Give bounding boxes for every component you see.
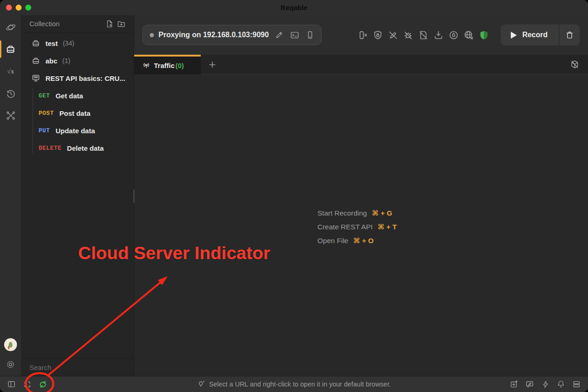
feedback-button[interactable]: [525, 379, 535, 389]
new-window-button[interactable]: [509, 379, 519, 389]
bug-slash-icon: [403, 30, 413, 40]
debug-disabled-button[interactable]: [403, 29, 414, 40]
pen-slash-icon: [388, 30, 398, 40]
record-button-group: Record: [501, 24, 580, 45]
shortcut-keys: ⌘ + T: [378, 223, 397, 231]
rail-item-history[interactable]: [0, 82, 21, 104]
request-label: Delete data: [67, 144, 104, 152]
collection-folder-test[interactable]: test (34): [21, 34, 134, 52]
shortcut-open-file[interactable]: Open File ⌘ + O: [317, 234, 397, 248]
new-request-button[interactable]: [103, 18, 115, 30]
search-input[interactable]: [29, 364, 125, 371]
notifications-button[interactable]: [556, 379, 566, 389]
edit-proxy-button[interactable]: [273, 29, 284, 40]
shortcut-keys: ⌘ + G: [372, 209, 392, 217]
green-shield-icon: [479, 30, 489, 40]
planet-icon: [6, 22, 16, 33]
pencil-icon: [275, 31, 283, 40]
rows-icon: [572, 380, 581, 389]
bell-icon: [556, 380, 565, 389]
method-badge: PUT: [39, 127, 50, 134]
lightning-icon: [541, 380, 550, 389]
rail-item-composer[interactable]: √x: [0, 60, 21, 82]
sequence-view-button[interactable]: [569, 58, 581, 70]
shortcut-create-rest-api[interactable]: Create REST API ⌘ + T: [317, 220, 397, 234]
new-folder-button[interactable]: [115, 18, 127, 30]
device-x-icon: [357, 30, 368, 40]
device-disconnect-button[interactable]: [357, 29, 368, 40]
record-label: Record: [522, 31, 548, 39]
mobile-proxy-button[interactable]: [305, 29, 316, 40]
history-icon: [6, 88, 16, 99]
record-button[interactable]: Record: [501, 24, 559, 45]
ssl-capture-button[interactable]: [373, 29, 384, 40]
comment-edit-icon: [525, 380, 534, 389]
gear-icon: [6, 359, 16, 369]
request-update-data[interactable]: PUT Update data: [33, 122, 134, 139]
activity-rail: √x: [0, 15, 21, 376]
collection-title: Collection: [29, 20, 103, 28]
proxy-status-text: Proxying on 192.168.0.103:9090: [158, 31, 269, 39]
method-badge: POST: [39, 110, 54, 117]
rail-item-explore[interactable]: [0, 16, 21, 38]
layout-rows-button[interactable]: [571, 379, 582, 389]
broadcast-icon: [142, 62, 150, 69]
request-delete-data[interactable]: DELETE Delete data: [33, 139, 134, 157]
status-left-icons: [0, 379, 48, 389]
tab-traffic[interactable]: Traffic(0): [134, 55, 201, 74]
request-label: Get data: [56, 92, 83, 100]
rail-item-collection[interactable]: [0, 38, 21, 60]
throttle-button[interactable]: [448, 29, 459, 40]
request-post-data[interactable]: POST Post data: [33, 104, 134, 122]
panel-resize-handle[interactable]: [133, 189, 135, 203]
request-label: Post data: [59, 109, 90, 117]
script-disabled-button[interactable]: [418, 29, 429, 40]
shortcut-label: Open File: [317, 237, 348, 245]
terminal-icon: [290, 30, 300, 40]
method-badge: GET: [39, 92, 50, 99]
download-button[interactable]: [433, 29, 444, 40]
jar-icon: [31, 39, 40, 48]
rail-item-tools[interactable]: [0, 104, 21, 126]
cloud-sync-button[interactable]: [38, 379, 48, 389]
cube-slash-icon: [570, 59, 580, 69]
clear-traffic-button[interactable]: [560, 24, 580, 45]
shortcut-label: Create REST API: [317, 223, 373, 231]
rewrite-disabled-button[interactable]: [388, 29, 399, 40]
certificate-button[interactable]: [479, 29, 490, 40]
collection-doc-rest-api[interactable]: REST API basics: CRU...: [21, 69, 134, 87]
collection-jar-icon: [5, 44, 16, 55]
performance-button[interactable]: [540, 379, 550, 389]
traffic-empty-state: Start Recording ⌘ + G Create REST API ⌘ …: [134, 74, 588, 376]
collection-folder-abc[interactable]: abc (1): [21, 52, 134, 69]
terminal-proxy-button[interactable]: [289, 29, 300, 40]
collection-header: Collection: [21, 15, 134, 33]
phone-icon: [305, 30, 315, 40]
toolbar-icons: [357, 29, 490, 40]
titlebar: Reqable: [0, 0, 588, 15]
folder-count: (1): [62, 57, 70, 64]
proxy-status-pill[interactable]: Proxying on 192.168.0.103:9090: [142, 25, 322, 45]
request-get-data[interactable]: GET Get data: [33, 87, 134, 104]
lightbulb-sparkle-icon: [197, 380, 205, 388]
settings-button[interactable]: [0, 358, 21, 370]
proxy-status-dot: [150, 33, 154, 37]
main-toolbar: Proxying on 192.168.0.103:9090: [134, 15, 588, 55]
new-tab-button[interactable]: +: [206, 58, 218, 70]
download-icon: [433, 30, 444, 40]
status-hint-area: Select a URL and right-click to open it …: [0, 380, 588, 388]
status-hint-text: Select a URL and right-click to open it …: [209, 381, 391, 388]
shortcut-label: Start Recording: [317, 209, 367, 217]
play-icon: [511, 32, 517, 39]
collection-search: [21, 358, 134, 376]
shortcut-keys: ⌘ + O: [353, 237, 373, 245]
shortcut-start-recording[interactable]: Start Recording ⌘ + G: [317, 206, 397, 220]
gateway-disabled-button[interactable]: [464, 29, 475, 40]
toggle-sidebar-button[interactable]: [6, 379, 17, 389]
globe-x-icon: [464, 30, 474, 40]
new-file-icon: [105, 19, 114, 28]
shield-lock-icon: [373, 30, 383, 40]
fullscreen-capture-button[interactable]: [22, 379, 32, 389]
collection-panel: Collection: [21, 15, 134, 376]
user-avatar[interactable]: [4, 338, 17, 351]
